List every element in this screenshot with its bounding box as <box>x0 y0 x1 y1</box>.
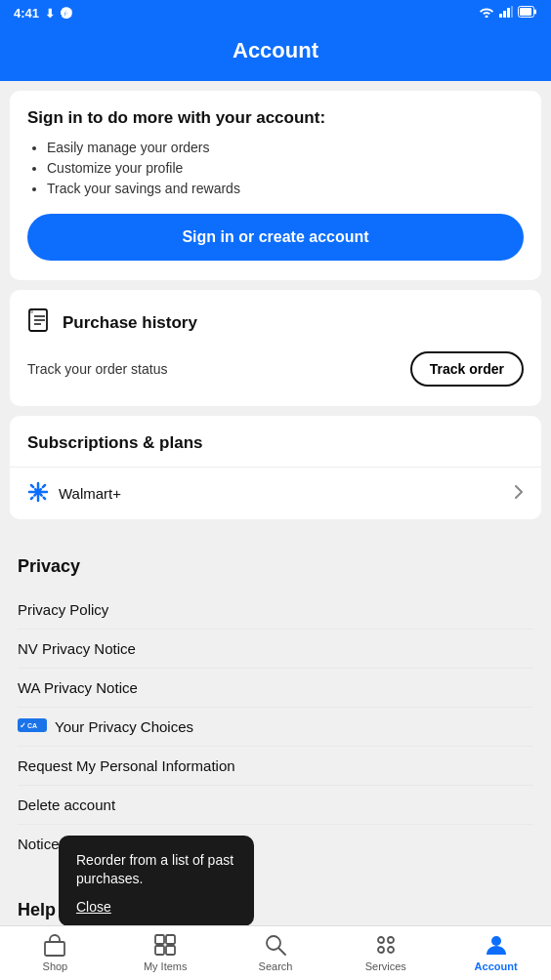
benefit-item-3: Track your savings and rewards <box>47 181 524 196</box>
svg-rect-23 <box>166 946 175 955</box>
delete-account-label: Delete account <box>18 796 115 813</box>
signin-card: Sign in to do more with your account: Ea… <box>10 91 541 280</box>
your-privacy-choices-label: Your Privacy Choices <box>55 718 193 735</box>
privacy-title: Privacy <box>18 556 533 577</box>
request-personal-info-item[interactable]: Request My Personal Information <box>18 747 533 786</box>
status-time: 4:41 <box>14 6 39 20</box>
svg-rect-0 <box>499 14 502 18</box>
wa-privacy-label: WA Privacy Notice <box>18 679 138 696</box>
account-icon <box>484 932 509 958</box>
svg-rect-6 <box>534 10 536 15</box>
purchase-history-title: Purchase history <box>63 313 197 333</box>
wa-privacy-item[interactable]: WA Privacy Notice <box>18 669 533 708</box>
privacy-section: Privacy Privacy Policy NV Privacy Notice… <box>0 535 551 863</box>
track-order-button[interactable]: Track order <box>410 351 524 387</box>
svg-point-28 <box>378 947 384 953</box>
purchase-icon <box>27 307 53 338</box>
svg-point-26 <box>378 937 384 943</box>
nav-shop-label: Shop <box>43 960 68 972</box>
walmart-plus-label: Walmart+ <box>59 485 121 502</box>
privacy-policy-item[interactable]: Privacy Policy <box>18 591 533 630</box>
your-privacy-choices-item[interactable]: ✓ CA Your Privacy Choices <box>18 708 533 747</box>
svg-rect-5 <box>520 8 531 16</box>
svg-text:CA: CA <box>27 722 37 729</box>
status-left: 4:41 ⬇ 🅐 <box>14 6 72 20</box>
svg-rect-22 <box>155 946 164 955</box>
svg-point-29 <box>388 947 394 953</box>
svg-rect-19 <box>45 942 64 956</box>
svg-rect-1 <box>503 11 506 18</box>
purchase-history-card: Purchase history Track your order status… <box>10 290 541 406</box>
svg-rect-21 <box>166 935 175 944</box>
svg-rect-3 <box>511 6 513 18</box>
svg-line-25 <box>278 949 285 956</box>
nav-items[interactable]: My Items <box>110 932 221 972</box>
nav-services-label: Services <box>365 960 406 972</box>
nav-search-label: Search <box>259 960 293 972</box>
nv-privacy-label: NV Privacy Notice <box>18 640 136 657</box>
benefit-item-2: Customize your profile <box>47 160 524 176</box>
request-personal-info-label: Request My Personal Information <box>18 757 235 774</box>
page-header: Account <box>0 26 551 81</box>
services-icon <box>373 932 399 958</box>
nav-shop[interactable]: Shop <box>0 932 110 972</box>
walmart-plus-icon <box>27 481 49 506</box>
alert-icon: 🅐 <box>61 7 72 20</box>
subscriptions-title: Subscriptions & plans <box>10 433 541 467</box>
delete-account-item[interactable]: Delete account <box>18 786 533 825</box>
privacy-choices-badge: ✓ CA <box>18 718 47 735</box>
walmart-plus-chevron <box>514 484 524 504</box>
nav-account-label: Account <box>475 960 518 972</box>
benefit-item-1: Easily manage your orders <box>47 140 524 155</box>
signal-icon <box>499 6 513 20</box>
nav-items-label: My Items <box>144 960 188 972</box>
shop-icon <box>42 932 67 958</box>
items-icon <box>152 932 178 958</box>
status-right <box>479 6 537 20</box>
privacy-policy-label: Privacy Policy <box>18 601 108 618</box>
bottom-nav: Shop My Items Search <box>0 925 551 980</box>
download-icon: ⬇ <box>45 7 55 20</box>
svg-rect-20 <box>155 935 164 944</box>
status-bar: 4:41 ⬇ 🅐 <box>0 0 551 26</box>
page-title: Account <box>233 38 318 62</box>
benefits-list: Easily manage your orders Customize your… <box>27 140 524 196</box>
purchase-row: Track your order status Track order <box>27 351 524 387</box>
purchase-header: Purchase history <box>27 307 524 338</box>
svg-rect-2 <box>507 8 510 18</box>
tooltip-overlay: Reorder from a list of past purchases. C… <box>59 836 254 926</box>
nav-search[interactable]: Search <box>221 932 331 972</box>
tooltip-text: Reorder from a list of past purchases. <box>76 851 236 889</box>
svg-text:✓: ✓ <box>20 721 26 730</box>
walmart-plus-item[interactable]: Walmart+ <box>10 467 541 519</box>
svg-point-27 <box>388 937 394 943</box>
svg-rect-8 <box>29 309 33 313</box>
walmart-plus-left: Walmart+ <box>27 481 121 506</box>
nav-services[interactable]: Services <box>330 932 441 972</box>
signin-button[interactable]: Sign in or create account <box>27 214 524 261</box>
tooltip-close-button[interactable]: Close <box>76 899 111 915</box>
nav-account[interactable]: Account <box>441 932 551 972</box>
wifi-icon <box>479 6 494 20</box>
purchase-subtitle: Track your order status <box>27 361 167 377</box>
subscriptions-card: Subscriptions & plans Walmart+ <box>10 416 541 519</box>
battery-icon <box>518 6 537 20</box>
svg-point-30 <box>491 936 501 946</box>
signin-heading: Sign in to do more with your account: <box>27 108 524 128</box>
search-icon <box>263 932 288 958</box>
nv-privacy-item[interactable]: NV Privacy Notice <box>18 630 533 669</box>
tooltip-box: Reorder from a list of past purchases. C… <box>59 836 254 926</box>
